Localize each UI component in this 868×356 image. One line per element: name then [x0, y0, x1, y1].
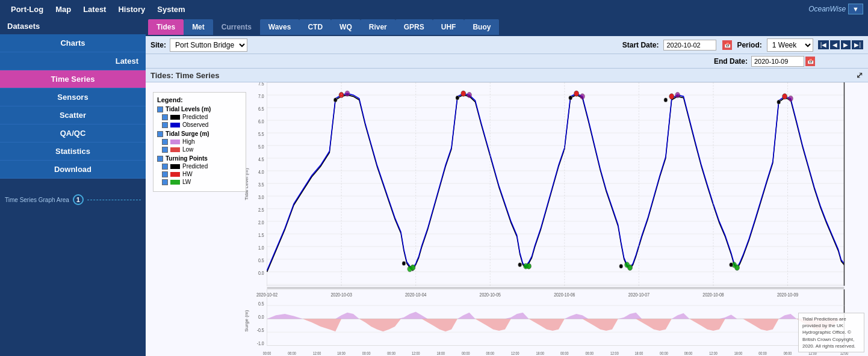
nav-latest[interactable]: Latest: [77, 2, 112, 16]
svg-text:18:00: 18:00: [635, 351, 643, 355]
nav-next-button[interactable]: ▶: [841, 40, 851, 49]
sidebar-latest[interactable]: Latest: [0, 52, 146, 70]
legend-title: Legend:: [157, 96, 242, 103]
tab-river[interactable]: River: [361, 19, 395, 35]
legend-surge-low-cb[interactable]: [162, 147, 168, 153]
sidebar-sensors[interactable]: Sensors: [0, 88, 146, 106]
svg-point-59: [402, 262, 406, 266]
tab-met[interactable]: Met: [184, 19, 213, 35]
svg-text:06:00: 06:00: [586, 351, 594, 355]
legend-tidal-levels: Tidal Levels (m) Predicted Observed: [157, 106, 242, 128]
svg-text:3.0: 3.0: [258, 194, 264, 200]
legend-surge-high: High: [162, 138, 242, 145]
start-date-calendar-icon[interactable]: 📅: [722, 40, 732, 50]
svg-text:12:00: 12:00: [709, 351, 718, 355]
nav-map[interactable]: Map: [49, 2, 77, 16]
legend-observed-color: [170, 123, 180, 127]
main-layout: Datasets Charts Latest Time Series Senso…: [0, 18, 868, 356]
svg-point-58: [777, 100, 781, 104]
start-date-input[interactable]: [663, 40, 716, 51]
svg-text:12:00: 12:00: [412, 351, 420, 355]
legend-predicted-cb[interactable]: [162, 114, 168, 120]
svg-point-39: [669, 94, 674, 99]
legend-hw-color: [170, 172, 180, 177]
svg-text:4.5: 4.5: [258, 156, 264, 162]
svg-point-62: [730, 263, 733, 267]
svg-point-38: [574, 91, 579, 96]
legend-turning-title: Turning Points: [157, 155, 242, 162]
svg-text:1.5: 1.5: [258, 232, 264, 238]
svg-point-43: [580, 94, 585, 99]
end-date-calendar-icon[interactable]: 📅: [805, 57, 815, 66]
svg-text:18:00: 18:00: [734, 351, 743, 355]
nav-prev-button[interactable]: ◀: [830, 40, 840, 49]
legend-surge-checkbox[interactable]: [157, 131, 163, 137]
svg-text:7.5: 7.5: [258, 82, 264, 87]
legend-surge-low: Low: [162, 146, 242, 153]
legend-hw-cb[interactable]: [162, 171, 168, 177]
nav-system[interactable]: System: [151, 2, 191, 16]
tab-uhf[interactable]: UHF: [433, 19, 465, 35]
top-navigation: Port-Log Map Latest History System Ocean…: [0, 0, 868, 18]
end-date-input[interactable]: [751, 56, 804, 67]
nav-history[interactable]: History: [112, 2, 151, 16]
svg-text:0.5: 0.5: [258, 301, 264, 307]
legend-turning-checkbox[interactable]: [157, 156, 163, 162]
svg-text:2.0: 2.0: [258, 219, 264, 226]
legend-turning-predicted-cb[interactable]: [162, 164, 168, 170]
sidebar-statistics[interactable]: Statistics: [0, 143, 146, 161]
svg-text:06:00: 06:00: [486, 351, 494, 355]
sidebar-timeseries[interactable]: Time Series: [0, 70, 146, 88]
legend-lw-cb[interactable]: [162, 179, 168, 185]
nav-portlog[interactable]: Port-Log: [5, 2, 49, 16]
svg-text:12:00: 12:00: [511, 351, 519, 355]
period-select[interactable]: 1 Week 2 Weeks 1 Month: [767, 38, 813, 52]
svg-text:00:00: 00:00: [758, 351, 767, 355]
legend-tidal-surge: Tidal Surge (m) High Low: [157, 130, 242, 153]
expand-icon[interactable]: ⤢: [856, 70, 863, 80]
datasets-header: Datasets: [0, 18, 146, 34]
legend-surge-high-color: [170, 140, 180, 144]
tab-wq[interactable]: WQ: [331, 19, 361, 35]
tab-ctd[interactable]: CTD: [299, 19, 331, 35]
nav-first-button[interactable]: |◀: [818, 40, 829, 49]
nav-dropdown-button[interactable]: ▼: [848, 4, 863, 14]
end-date-label: End Date:: [714, 57, 748, 66]
sidebar-qaqc[interactable]: QA/QC: [0, 124, 146, 143]
svg-text:00:00: 00:00: [660, 351, 668, 355]
copyright-notice: Tidal Predictions are provided by the UK…: [798, 313, 864, 352]
legend-observed-cb[interactable]: [162, 122, 168, 128]
chart-title-bar: Tides: Time Series ⤢: [146, 69, 868, 82]
legend-turning-points: Turning Points Predicted HW: [157, 155, 242, 185]
svg-point-45: [789, 96, 793, 101]
sidebar-download[interactable]: Download: [0, 161, 146, 179]
site-select[interactable]: Port Sutton Bridge: [170, 38, 247, 52]
sidebar-charts[interactable]: Charts: [0, 34, 146, 52]
svg-text:00:00: 00:00: [362, 351, 371, 355]
svg-text:06:00: 06:00: [684, 351, 693, 355]
legend-tidal-checkbox[interactable]: [157, 106, 163, 112]
legend-surge-high-cb[interactable]: [162, 139, 168, 145]
dataset-tabs: Tides Met Currents Waves CTD WQ River GP…: [146, 18, 868, 36]
svg-text:-1.0: -1.0: [257, 341, 264, 347]
tab-tides[interactable]: Tides: [148, 19, 184, 35]
sidebar-scatter[interactable]: Scatter: [0, 106, 146, 124]
svg-text:2020-10-06: 2020-10-06: [554, 292, 575, 298]
tab-waves[interactable]: Waves: [260, 19, 300, 35]
tab-gprs[interactable]: GPRS: [395, 19, 433, 35]
svg-text:06:00: 06:00: [288, 351, 296, 355]
svg-text:2020-10-02: 2020-10-02: [256, 292, 277, 298]
tab-buoy[interactable]: Buoy: [464, 19, 499, 35]
svg-point-55: [456, 96, 459, 100]
legend-turning-predicted-color: [170, 164, 180, 169]
svg-text:3.5: 3.5: [258, 182, 264, 188]
legend-lw: LW: [162, 179, 242, 185]
legend-tidal-title: Tidal Levels (m): [157, 106, 242, 112]
time-series-svg: 7.5 7.0 6.5 6.0 5.5 5.0 4.5 4.0 3.5 3.0 …: [243, 82, 868, 356]
legend-observed: Observed: [162, 121, 242, 128]
svg-point-57: [664, 98, 668, 102]
svg-text:06:00: 06:00: [387, 351, 395, 355]
svg-text:Surge (m): Surge (m): [244, 310, 249, 332]
nav-last-button[interactable]: ▶|: [852, 40, 863, 49]
svg-point-50: [408, 266, 412, 272]
